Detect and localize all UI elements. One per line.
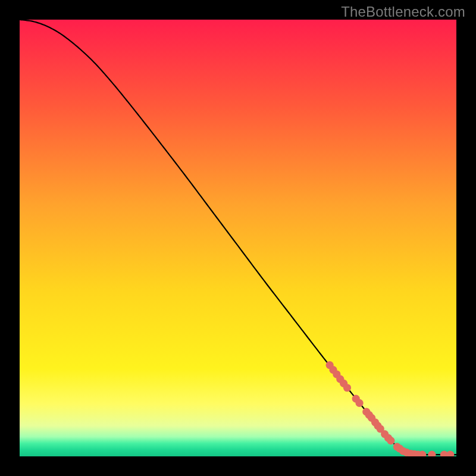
watermark-text: TheBottleneck.com	[341, 4, 465, 20]
chart-svg	[20, 20, 456, 456]
marker-dot	[355, 399, 363, 407]
marker-dot	[428, 450, 436, 456]
marker-dot	[387, 437, 394, 444]
chart-frame: TheBottleneck.com	[0, 0, 476, 476]
marker-dot	[446, 450, 454, 456]
curve-line	[20, 20, 456, 455]
plot-area	[20, 20, 456, 456]
marker-dots	[326, 361, 455, 456]
marker-dot	[343, 384, 351, 392]
